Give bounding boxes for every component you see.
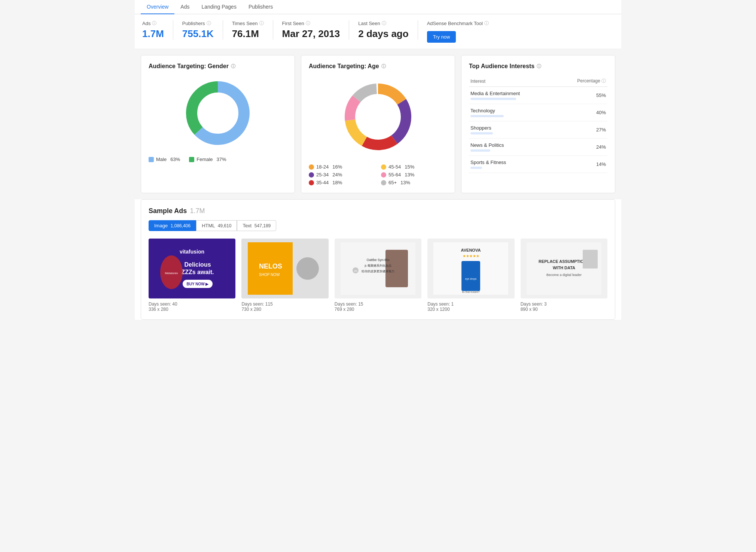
ad-meta-2: Days seen: 115 730 x 280 (241, 301, 328, 312)
interests-info-icon[interactable]: ⓘ (537, 63, 541, 70)
ad-4-svg: AVENOVA ★★★★★ eye drops its that instant… (433, 242, 508, 295)
interest-name-4: Sports & Fitness (469, 156, 555, 173)
filter-tab-image[interactable]: Image 1,086,406 (149, 220, 196, 231)
stat-last-seen: Last Seen ⓘ 2 days ago (358, 20, 418, 40)
age-25-34-pct: 24% (332, 172, 342, 178)
ad-item-4: AVENOVA ★★★★★ eye drops its that instant… (427, 239, 514, 312)
age-18-24-label: 18-24 (316, 164, 329, 170)
age-45-54-pct: 15% (405, 164, 414, 170)
svg-point-20 (296, 257, 319, 280)
filter-image-count: 1,086,406 (171, 223, 190, 228)
age-18-24-pct: 16% (332, 164, 342, 170)
stat-last-seen-value: 2 days ago (358, 28, 408, 40)
stat-first-seen-value: Mar 27, 2013 (282, 28, 340, 40)
ad-item-5: REPLACE ASSUMPTIONS WITH DATA Become a d… (521, 239, 607, 312)
ad-item-2: NELOS SHOP NOW Days seen: 115 730 x 280 (241, 239, 328, 312)
svg-text:eye drops: eye drops (465, 277, 477, 280)
svg-text:★★★★★: ★★★★★ (463, 254, 479, 258)
svg-text:BUY NOW ▶: BUY NOW ▶ (187, 282, 209, 286)
filter-tab-html[interactable]: HTML 49,610 (196, 220, 237, 231)
age-legend-65plus: 65+ 13% (381, 180, 447, 185)
interest-name-3: News & Politics (469, 139, 555, 156)
gender-donut-chart (180, 76, 255, 151)
filter-html-label: HTML (202, 223, 215, 228)
svg-text:NELOS: NELOS (259, 263, 282, 270)
svg-rect-31 (461, 261, 480, 291)
ad-thumb-5: REPLACE ASSUMPTIONS WITH DATA Become a d… (521, 239, 607, 298)
ad-thumb-2: NELOS SHOP NOW (241, 239, 328, 298)
age-65plus-dot (381, 180, 386, 185)
adsense-label: AdSense Benchmark Tool (427, 21, 483, 26)
male-pct: 63% (170, 157, 180, 162)
try-now-button[interactable]: Try now (427, 31, 456, 43)
sample-ads-header: Sample Ads 1.7M (149, 207, 607, 215)
tab-overview[interactable]: Overview (141, 0, 174, 14)
ad-days-3: Days seen: 15 (335, 301, 421, 307)
publishers-info-icon[interactable]: ⓘ (207, 20, 211, 27)
ad-2-svg: NELOS SHOP NOW (248, 242, 323, 295)
interest-pct-0: 55% (555, 87, 607, 104)
ads-info-icon[interactable]: ⓘ (152, 20, 156, 27)
gender-legend: Male 63% Female 37% (149, 157, 287, 162)
age-card-title: Audience Targeting: Age (309, 63, 379, 70)
stat-ads-value: 1.7M (142, 28, 164, 40)
stat-first-seen: First Seen ⓘ Mar 27, 2013 (282, 20, 350, 40)
age-legend-35-44: 35-44 18% (309, 180, 375, 185)
ad-5-svg: REPLACE ASSUMPTIONS WITH DATA Become a d… (527, 242, 601, 295)
ad-dims-2: 730 x 280 (241, 307, 328, 312)
stat-times-seen-value: 76.1M (232, 28, 264, 40)
age-info-icon[interactable]: ⓘ (381, 63, 386, 70)
stat-publishers: Publishers ⓘ 755.1K (182, 20, 223, 40)
age-legend-55-64: 55-64 13% (381, 172, 447, 178)
percentage-info-icon[interactable]: ⓘ (601, 78, 606, 84)
interest-pct-2: 27% (555, 121, 607, 139)
last-seen-info-icon[interactable]: ⓘ (382, 20, 386, 27)
age-65plus-pct: 13% (400, 180, 410, 185)
age-45-54-dot (381, 164, 386, 170)
svg-rect-22 (385, 250, 408, 287)
svg-text:vitafusion: vitafusion (180, 249, 204, 255)
age-18-24-dot (309, 164, 314, 170)
ad-item-3: Oattbe Syn-Bio β-葡聚糖系列化妆品 给你的皮肤更加健康魅力 20… (335, 239, 421, 312)
age-legend-18-24: 18-24 16% (309, 164, 375, 170)
svg-text:20: 20 (354, 269, 357, 273)
adsense-info-icon[interactable]: ⓘ (484, 20, 489, 27)
interests-card: Top Audience Interests ⓘ Interest Percen… (461, 55, 615, 193)
tab-ads[interactable]: Ads (174, 0, 195, 14)
stat-publishers-label: Publishers (182, 21, 205, 26)
ad-days-1: Days seen: 40 (149, 301, 235, 307)
stat-ads: Ads ⓘ 1.7M (142, 20, 173, 40)
ad-dims-4: 320 x 1200 (427, 307, 514, 312)
svg-text:its that instant?: its that instant? (462, 291, 480, 293)
age-55-64-dot (381, 172, 386, 178)
interests-col-interest: Interest (469, 76, 555, 87)
gender-legend-female: Female 37% (189, 157, 226, 162)
ad-days-5: Days seen: 3 (521, 301, 607, 307)
times-seen-info-icon[interactable]: ⓘ (259, 20, 264, 27)
tab-publishers[interactable]: Publishers (243, 0, 279, 14)
interests-card-title: Top Audience Interests (469, 63, 534, 70)
stat-publishers-value: 755.1K (182, 28, 214, 40)
age-55-64-label: 55-64 (388, 172, 401, 178)
age-legend-45-54: 45-54 15% (381, 164, 447, 170)
interests-col-percentage: Percentage ⓘ (555, 76, 607, 87)
female-pct: 37% (217, 157, 226, 162)
interest-name-1: Technology (469, 104, 555, 121)
stat-last-seen-label: Last Seen (358, 21, 380, 26)
first-seen-info-icon[interactable]: ⓘ (306, 20, 310, 27)
svg-text:ZZZs await.: ZZZs await. (182, 269, 214, 275)
ad-meta-3: Days seen: 15 769 x 280 (335, 301, 421, 312)
age-25-34-dot (309, 172, 314, 178)
stats-bar: Ads ⓘ 1.7M Publishers ⓘ 755.1K Times See… (135, 14, 621, 49)
ad-meta-4: Days seen: 1 320 x 1200 (427, 301, 514, 312)
tab-landing-pages[interactable]: Landing Pages (195, 0, 242, 14)
interest-pct-4: 14% (555, 156, 607, 173)
cards-row: Audience Targeting: Gender ⓘ Male 63% (135, 49, 621, 199)
age-55-64-pct: 13% (405, 172, 414, 178)
age-45-54-label: 45-54 (388, 164, 401, 170)
male-label: Male (156, 157, 167, 162)
filter-tab-text[interactable]: Text 547,189 (237, 220, 276, 231)
age-card: Audience Targeting: Age ⓘ 18 (301, 55, 455, 193)
svg-text:给你的皮肤更加健康魅力: 给你的皮肤更加健康魅力 (362, 270, 394, 273)
gender-info-icon[interactable]: ⓘ (231, 63, 235, 70)
